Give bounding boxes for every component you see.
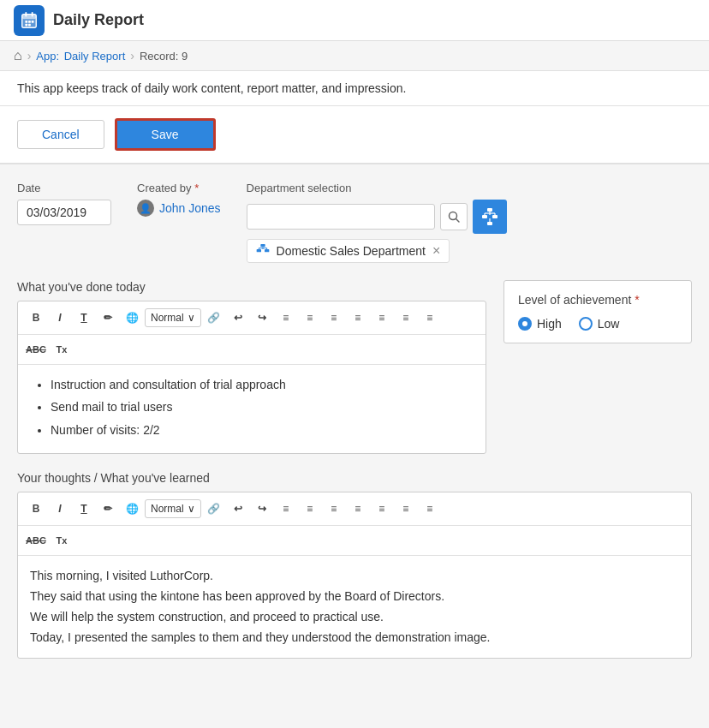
- description-text: This app keeps track of daily work conte…: [17, 81, 406, 95]
- fields-row: Date 03/03/2019 Created by * 👤 John Jone…: [17, 182, 692, 263]
- bold-button[interactable]: B: [25, 307, 47, 329]
- svg-rect-22: [256, 249, 260, 252]
- italic-button[interactable]: I: [49, 307, 71, 329]
- avatar: 👤: [137, 200, 154, 217]
- dept-search-input[interactable]: [247, 204, 435, 230]
- thoughts-indent-button[interactable]: ≡: [323, 498, 345, 520]
- align-right-button[interactable]: ≡: [419, 307, 441, 329]
- thoughts-align-left-button[interactable]: ≡: [371, 498, 393, 520]
- indent-button[interactable]: ≡: [323, 307, 345, 329]
- strikethrough-button[interactable]: ABC: [25, 338, 47, 361]
- thoughts-align-center-button[interactable]: ≡: [395, 498, 417, 520]
- thoughts-strikethrough-button[interactable]: ABC: [25, 529, 47, 552]
- thoughts-align-right-button[interactable]: ≡: [419, 498, 441, 520]
- cancel-button[interactable]: Cancel: [17, 120, 104, 149]
- achievement-low-option[interactable]: Low: [579, 317, 620, 331]
- svg-rect-14: [492, 215, 497, 218]
- link-button[interactable]: 🔗: [203, 307, 225, 329]
- calendar-icon: [20, 11, 39, 30]
- achievement-high-option[interactable]: High: [518, 317, 562, 331]
- thoughts-toolbar: B I T ✏ 🌐 Normal ∨ 🔗 ↩ ↪ ≡ ≡ ≡ ≡ ≡ ≡ ≡: [18, 492, 691, 526]
- low-label: Low: [598, 317, 620, 331]
- thoughts-font-color-button[interactable]: 🌐: [121, 498, 143, 520]
- thoughts-italic-button[interactable]: I: [49, 498, 71, 520]
- thoughts-toolbar-row2: ABC Tx: [18, 526, 691, 556]
- thoughts-redo-button[interactable]: ↪: [251, 498, 273, 520]
- department-field-group: Department selection: [247, 182, 507, 263]
- clear-format-button[interactable]: Tx: [51, 338, 73, 361]
- font-size-dropdown[interactable]: Normal ∨: [145, 308, 201, 327]
- search-icon: [447, 210, 461, 224]
- org-chart-button[interactable]: [473, 200, 507, 234]
- svg-rect-13: [482, 215, 487, 218]
- form-area: Date 03/03/2019 Created by * 👤 John Jone…: [0, 164, 709, 693]
- redo-button[interactable]: ↪: [251, 307, 273, 329]
- thoughts-undo-button[interactable]: ↩: [227, 498, 249, 520]
- thoughts-line-3: We will help the system construction, an…: [30, 607, 679, 628]
- thoughts-line-2: They said that using the kintone has bee…: [30, 587, 679, 607]
- dept-search-row: [247, 200, 507, 234]
- svg-rect-2: [22, 14, 37, 19]
- thoughts-content[interactable]: This morning, I visited LuthorCorp. They…: [18, 556, 691, 658]
- page-title: Daily Report: [53, 11, 144, 29]
- align-left-button[interactable]: ≡: [371, 307, 393, 329]
- today-section-row: What you've done today B I T ✏ 🌐 Normal …: [17, 280, 692, 454]
- today-content[interactable]: Instruction and consultation of trial ap…: [18, 365, 486, 453]
- content-item-3: Number of visits: 2/2: [51, 421, 474, 439]
- svg-rect-21: [260, 244, 265, 247]
- thoughts-bold-button[interactable]: B: [25, 498, 47, 520]
- breadcrumb-sep-2: ›: [130, 49, 134, 63]
- dept-label: Department selection: [247, 182, 507, 194]
- high-radio[interactable]: [518, 317, 532, 331]
- font-color-button[interactable]: 🌐: [121, 307, 143, 329]
- breadcrumb-app-label: App: Daily Report: [36, 50, 125, 63]
- user-name: John Jones: [159, 201, 221, 215]
- date-value[interactable]: 03/03/2019: [17, 200, 111, 225]
- svg-rect-15: [487, 222, 492, 225]
- svg-rect-5: [25, 21, 27, 23]
- thoughts-link-button[interactable]: 🔗: [203, 498, 225, 520]
- thoughts-outdent-button[interactable]: ≡: [347, 498, 369, 520]
- dept-tag-label: Domestic Sales Department: [277, 244, 426, 258]
- thoughts-underline-button[interactable]: T: [73, 498, 95, 520]
- undo-button[interactable]: ↩: [227, 307, 249, 329]
- thoughts-line-1: This morning, I visited LuthorCorp.: [30, 566, 679, 587]
- svg-rect-12: [487, 208, 492, 212]
- breadcrumb-app-name[interactable]: Daily Report: [64, 50, 126, 63]
- outdent-button[interactable]: ≡: [347, 307, 369, 329]
- thoughts-section: Your thoughts / What you've learned B I …: [17, 471, 692, 659]
- created-by-field-group: Created by * 👤 John Jones: [137, 182, 221, 217]
- home-icon[interactable]: ⌂: [14, 48, 22, 63]
- thoughts-ol-button[interactable]: ≡: [299, 498, 321, 520]
- dept-icon: [256, 243, 270, 259]
- thoughts-highlight-button[interactable]: ✏: [97, 498, 119, 520]
- ol-button[interactable]: ≡: [299, 307, 321, 329]
- save-button[interactable]: Save: [115, 118, 216, 151]
- low-radio[interactable]: [579, 317, 593, 331]
- content-item-2: Send mail to trial users: [51, 397, 474, 416]
- achievement-box: Level of achievement * High Low: [503, 280, 692, 343]
- dept-org-icon: [256, 243, 270, 255]
- svg-rect-7: [32, 21, 34, 23]
- highlight-button[interactable]: ✏: [97, 307, 119, 329]
- app-header: Daily Report: [0, 0, 709, 41]
- align-center-button[interactable]: ≡: [395, 307, 417, 329]
- breadcrumb: ⌂ › App: Daily Report › Record: 9: [0, 41, 709, 71]
- dept-search-button[interactable]: [440, 203, 468, 230]
- today-label: What you've done today: [17, 280, 486, 294]
- org-chart-icon: [480, 206, 500, 227]
- user-display: 👤 John Jones: [137, 200, 221, 217]
- svg-rect-23: [265, 249, 269, 252]
- app-icon: [14, 5, 45, 36]
- achievement-section: Level of achievement * High Low: [503, 280, 692, 343]
- date-label: Date: [17, 182, 111, 194]
- thoughts-ul-button[interactable]: ≡: [275, 498, 297, 520]
- date-field-group: Date 03/03/2019: [17, 182, 111, 225]
- achievement-radio-group: High Low: [518, 317, 677, 331]
- thoughts-font-size-dropdown[interactable]: Normal ∨: [145, 499, 201, 518]
- underline-button[interactable]: T: [73, 307, 95, 329]
- thoughts-clear-format-button[interactable]: Tx: [51, 529, 73, 552]
- high-label: High: [537, 317, 562, 331]
- dept-remove-button[interactable]: ×: [432, 243, 440, 259]
- ul-button[interactable]: ≡: [275, 307, 297, 329]
